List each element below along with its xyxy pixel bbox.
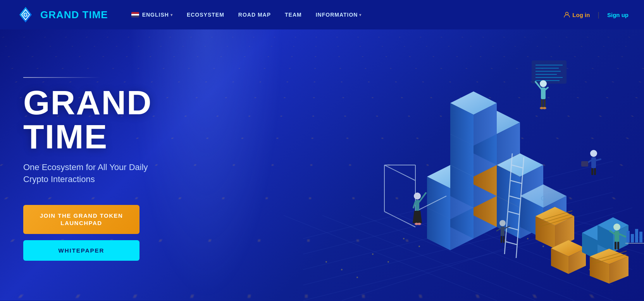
chevron-down-icon: ▾: [170, 13, 173, 17]
svg-marker-143: [413, 211, 422, 223]
nav-auth: Log in | Sign up: [564, 11, 629, 19]
svg-point-24: [527, 238, 529, 239]
svg-text:G: G: [24, 12, 28, 18]
svg-line-116: [384, 165, 415, 181]
svg-point-29: [418, 246, 420, 247]
hero-illustration: G G: [264, 29, 644, 301]
chevron-down-icon: ▾: [359, 13, 362, 17]
nav-roadmap[interactable]: ROAD MAP: [238, 12, 271, 18]
logo-icon: G: [15, 5, 36, 25]
svg-rect-137: [594, 168, 596, 175]
signup-button[interactable]: Sign up: [607, 12, 629, 18]
nav-language[interactable]: ENGLISH ▾: [131, 12, 173, 18]
nav-team[interactable]: TEAM: [285, 12, 302, 18]
svg-point-126: [540, 80, 547, 87]
isometric-svg: G G: [264, 29, 644, 301]
hero-content: GRAND TIME One Ecosystem for All Your Da…: [0, 69, 201, 261]
user-icon: [564, 12, 570, 18]
svg-point-27: [356, 277, 358, 278]
svg-line-140: [596, 159, 601, 160]
hero-subtitle: One Ecosystem for All Your Daily Crypto …: [23, 162, 201, 186]
svg-rect-156: [635, 229, 638, 243]
hero-section: GRAND TIME One Ecosystem for All Your Da…: [0, 29, 644, 301]
svg-point-33: [542, 246, 544, 247]
svg-rect-154: [627, 231, 630, 243]
person-top: [536, 80, 548, 109]
hero-buttons: JOIN THE GRAND TOKEN LAUNCHPAD WHITEPAPE…: [23, 205, 139, 261]
svg-line-164: [497, 229, 501, 231]
svg-line-112: [506, 242, 518, 245]
svg-point-20: [403, 238, 405, 239]
whitepaper-button[interactable]: WHITEPAPER: [23, 240, 139, 261]
svg-rect-155: [631, 234, 634, 243]
logo[interactable]: G GRAND TIME: [15, 5, 108, 25]
svg-point-133: [542, 107, 546, 109]
brand-name: GRAND TIME: [40, 9, 108, 21]
svg-rect-150: [615, 242, 616, 249]
svg-rect-160: [501, 227, 505, 236]
svg-point-28: [387, 261, 389, 263]
person-right: [581, 150, 601, 175]
svg-rect-136: [591, 168, 593, 175]
svg-point-18: [341, 269, 343, 270]
svg-rect-161: [501, 236, 502, 243]
svg-rect-119: [532, 60, 567, 84]
svg-rect-151: [617, 242, 619, 249]
svg-point-19: [372, 253, 374, 255]
nav-information[interactable]: INFORMATION ▾: [316, 12, 362, 18]
svg-rect-128: [541, 99, 543, 108]
flag-icon: [131, 12, 139, 17]
nav-ecosystem[interactable]: ECOSYSTEM: [187, 12, 224, 18]
auth-divider: |: [598, 11, 599, 19]
hero-title: GRAND TIME: [23, 86, 201, 154]
svg-line-117: [384, 212, 415, 227]
svg-text:G: G: [541, 195, 546, 202]
hero-line-decoration: [23, 77, 101, 78]
svg-rect-162: [503, 236, 505, 243]
svg-rect-139: [581, 161, 588, 167]
svg-point-147: [417, 223, 421, 225]
svg-rect-157: [639, 232, 642, 243]
person-left: [413, 193, 426, 225]
launchpad-button[interactable]: JOIN THE GRAND TOKEN LAUNCHPAD: [23, 205, 139, 234]
svg-rect-129: [544, 99, 546, 108]
svg-point-159: [499, 220, 506, 226]
nav-links: ENGLISH ▾ ECOSYSTEM ROAD MAP TEAM INFORM…: [131, 12, 564, 18]
svg-point-141: [414, 193, 421, 200]
svg-point-148: [613, 224, 620, 230]
login-button[interactable]: Log in: [564, 12, 590, 18]
svg-rect-149: [615, 231, 619, 242]
navbar: G GRAND TIME ENGLISH ▾ ECOSYSTEM ROAD MA…: [0, 0, 644, 29]
svg-point-36: [325, 261, 327, 263]
svg-point-134: [590, 150, 597, 157]
svg-rect-135: [591, 157, 596, 168]
